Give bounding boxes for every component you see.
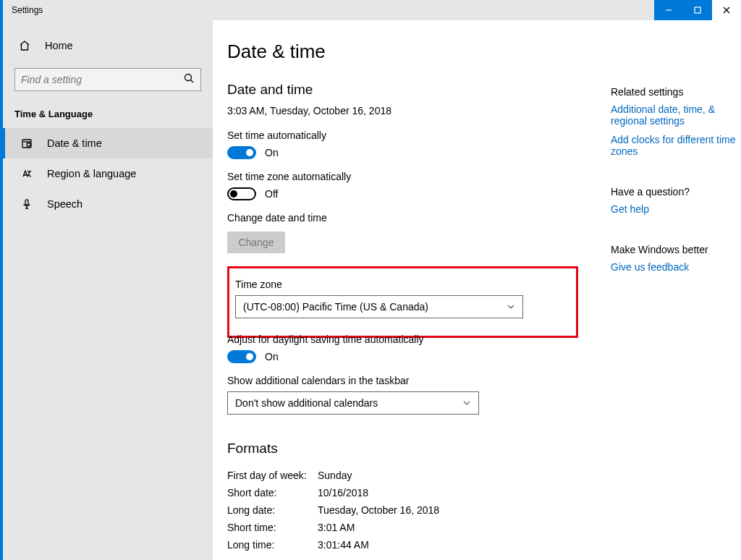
search-icon bbox=[183, 72, 195, 87]
clock-icon bbox=[21, 137, 34, 149]
link-give-feedback[interactable]: Give us feedback bbox=[611, 261, 741, 273]
set-tz-auto-toggle[interactable] bbox=[227, 187, 256, 200]
toggle-state: On bbox=[265, 147, 279, 158]
main-content: Date & time Date and time 3:03 AM, Tuesd… bbox=[213, 20, 741, 560]
maximize-button[interactable] bbox=[683, 0, 712, 20]
set-tz-auto-label: Set time zone automatically bbox=[227, 171, 604, 182]
timezone-select[interactable]: (UTC-08:00) Pacific Time (US & Canada) bbox=[235, 295, 523, 318]
nav-item-label: Speech bbox=[47, 198, 82, 210]
change-dt-label: Change date and time bbox=[227, 212, 604, 224]
timezone-label: Time zone bbox=[235, 279, 570, 290]
format-row: Long time:3:01:44 AM bbox=[227, 536, 604, 553]
format-row: First day of week:Sunday bbox=[227, 467, 604, 484]
titlebar: Settings bbox=[3, 0, 741, 20]
set-time-auto-label: Set time automatically bbox=[227, 130, 604, 141]
search-input[interactable] bbox=[21, 74, 183, 85]
toggle-state: Off bbox=[265, 188, 278, 200]
format-row: Long date:Tuesday, October 16, 2018 bbox=[227, 501, 604, 519]
svg-point-8 bbox=[27, 143, 30, 147]
svg-rect-1 bbox=[695, 7, 700, 13]
home-nav[interactable]: Home bbox=[3, 30, 213, 61]
calendars-select[interactable]: Don't show additional calendars bbox=[227, 391, 479, 415]
feedback-heading: Make Windows better bbox=[611, 244, 741, 255]
format-row: Short time:3:01 AM bbox=[227, 519, 604, 536]
chevron-down-icon bbox=[507, 302, 515, 311]
set-time-auto-toggle[interactable] bbox=[227, 146, 256, 159]
change-button: Change bbox=[227, 232, 285, 253]
svg-line-5 bbox=[191, 80, 194, 83]
link-add-clocks[interactable]: Add clocks for different time zones bbox=[611, 134, 741, 157]
dst-label: Adjust for daylight saving time automati… bbox=[227, 334, 604, 345]
svg-rect-9 bbox=[25, 200, 28, 205]
nav-section-title: Time & Language bbox=[3, 91, 213, 128]
related-settings-heading: Related settings bbox=[611, 86, 741, 98]
current-datetime: 3:03 AM, Tuesday, October 16, 2018 bbox=[227, 105, 604, 116]
close-button[interactable] bbox=[712, 0, 741, 20]
calendars-label: Show additional calendars in the taskbar bbox=[227, 375, 604, 386]
nav-date-time[interactable]: Date & time bbox=[3, 128, 213, 158]
sidebar: Home Time & Language Date & time Region … bbox=[3, 20, 213, 560]
link-get-help[interactable]: Get help bbox=[611, 203, 741, 215]
nav-speech[interactable]: Speech bbox=[3, 189, 213, 219]
nav-item-label: Region & language bbox=[47, 168, 136, 179]
nav-item-label: Date & time bbox=[47, 137, 102, 149]
dst-toggle[interactable] bbox=[227, 350, 256, 363]
microphone-icon bbox=[21, 198, 34, 210]
nav-region-language[interactable]: Region & language bbox=[3, 158, 213, 189]
timezone-value: (UTC-08:00) Pacific Time (US & Canada) bbox=[243, 301, 428, 313]
window-title: Settings bbox=[3, 5, 43, 15]
chevron-down-icon bbox=[462, 399, 471, 407]
help-heading: Have a question? bbox=[611, 186, 741, 198]
calendars-value: Don't show additional calendars bbox=[235, 397, 378, 409]
formats-heading: Formats bbox=[227, 441, 604, 457]
svg-point-4 bbox=[185, 75, 192, 81]
toggle-state: On bbox=[265, 351, 279, 362]
home-icon bbox=[19, 40, 32, 51]
language-icon bbox=[21, 168, 34, 179]
date-time-heading: Date and time bbox=[227, 82, 604, 98]
format-row: Short date:10/16/2018 bbox=[227, 484, 604, 501]
home-label: Home bbox=[45, 40, 73, 51]
link-additional-settings[interactable]: Additional date, time, & regional settin… bbox=[611, 103, 741, 127]
timezone-highlight: Time zone (UTC-08:00) Pacific Time (US &… bbox=[227, 266, 578, 338]
page-title: Date & time bbox=[227, 41, 741, 63]
search-box[interactable] bbox=[14, 68, 201, 91]
minimize-button[interactable] bbox=[654, 0, 683, 20]
